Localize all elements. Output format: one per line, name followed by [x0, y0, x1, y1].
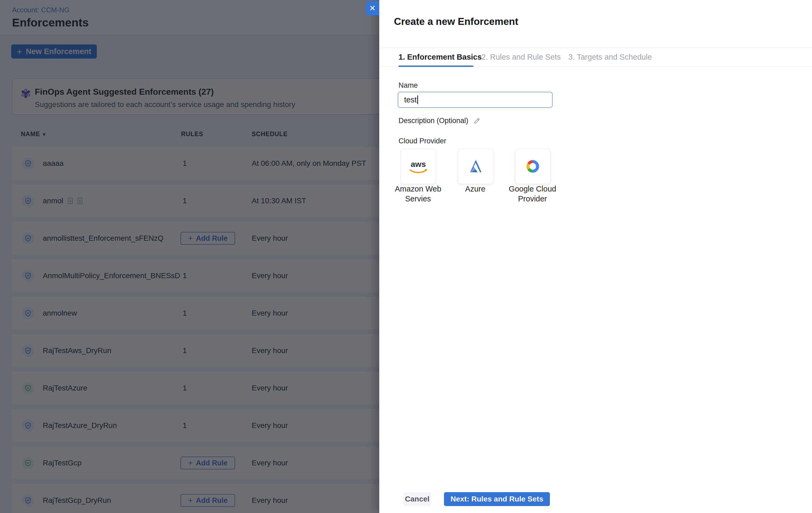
- provider-label-gcp: Google Cloud Provider: [500, 184, 564, 204]
- provider-card-azure[interactable]: [458, 149, 493, 184]
- provider-card-gcp[interactable]: [515, 149, 550, 184]
- name-label: Name: [399, 81, 418, 90]
- tab-rules-and-rule-sets[interactable]: 2. Rules and Rule Sets: [482, 48, 561, 66]
- name-input-value: test: [404, 95, 417, 104]
- cloud-provider-label: Cloud Provider: [399, 137, 446, 145]
- provider-label-line: Provider: [500, 194, 564, 204]
- tab-enforcement-basics[interactable]: 1. Enforcement Basics: [399, 48, 482, 66]
- provider-label-line: Amazon Web: [386, 184, 450, 194]
- close-button[interactable]: ✕: [366, 1, 379, 15]
- edit-pencil-icon[interactable]: [473, 117, 481, 125]
- provider-card-aws[interactable]: aws: [401, 149, 436, 184]
- provider-label-line: Servies: [386, 194, 450, 204]
- provider-label-aws: Amazon Web Servies: [386, 184, 450, 204]
- description-label: Description (Optional): [399, 117, 481, 125]
- tab-targets-and-schedule[interactable]: 3. Targets and Schedule: [568, 48, 652, 66]
- description-label-text: Description (Optional): [399, 117, 468, 125]
- name-input[interactable]: test: [398, 92, 553, 108]
- create-enforcement-drawer: ✕ Create a new Enforcement 1. Enforcemen…: [379, 0, 812, 513]
- cancel-button[interactable]: Cancel: [403, 492, 431, 506]
- azure-logo-icon: [467, 158, 484, 175]
- provider-label-line: Google Cloud: [500, 184, 564, 194]
- provider-label-azure: Azure: [443, 184, 508, 194]
- close-icon: ✕: [369, 4, 376, 12]
- next-button[interactable]: Next: Rules and Rule Sets: [444, 492, 550, 506]
- svg-text:aws: aws: [411, 160, 426, 169]
- active-tab-underline: [399, 65, 473, 67]
- wizard-tabs: 1. Enforcement Basics 2. Rules and Rule …: [379, 47, 812, 66]
- drawer-title: Create a new Enforcement: [394, 16, 518, 27]
- aws-logo-icon: aws: [406, 158, 431, 175]
- screen: Account: CCM-NG Enforcements + New Enfor…: [0, 0, 812, 513]
- provider-label-line: Azure: [443, 184, 508, 194]
- gcp-logo-icon: [524, 158, 541, 175]
- text-cursor: [417, 95, 418, 104]
